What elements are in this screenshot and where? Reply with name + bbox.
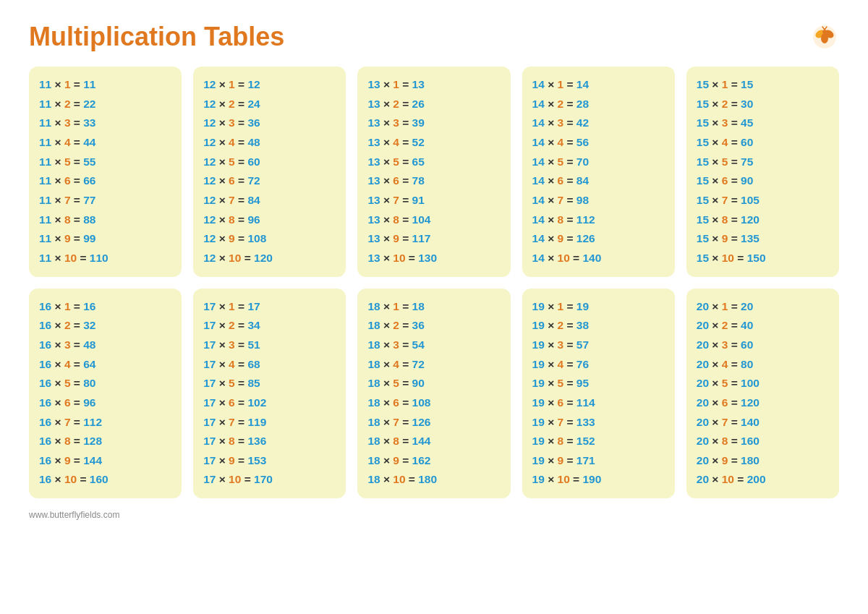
base-num: 14 (532, 194, 545, 206)
multiplier: 1 (229, 78, 235, 90)
result: 18 (412, 300, 425, 312)
base-num: 17 (203, 358, 216, 370)
table-row: 15 × 3 = 45 (697, 114, 829, 133)
table-row: 17 × 7 = 119 (203, 413, 336, 432)
table-row: 12 × 3 = 36 (203, 114, 336, 133)
multiplier: 10 (558, 252, 570, 264)
base-num: 17 (203, 473, 216, 485)
multiplier: 6 (229, 396, 235, 409)
multiplier: 1 (558, 78, 564, 90)
result: 56 (576, 136, 589, 148)
multiplier: 8 (558, 213, 564, 226)
table-row: 19 × 3 = 57 (532, 336, 665, 355)
table-row: 18 × 2 = 36 (367, 316, 500, 336)
table-row: 11 × 9 = 99 (39, 229, 171, 249)
base-num: 20 (697, 377, 709, 389)
result: 80 (741, 358, 753, 370)
table-row: 18 × 6 = 108 (367, 393, 500, 413)
base-num: 14 (532, 174, 545, 187)
table-row: 16 × 3 = 48 (39, 336, 171, 355)
result: 170 (254, 473, 273, 485)
result: 117 (412, 232, 431, 244)
multiplier: 10 (722, 252, 734, 264)
table-row: 15 × 7 = 105 (697, 191, 829, 210)
base-num: 20 (697, 454, 709, 466)
result: 190 (582, 473, 601, 485)
base-num: 19 (532, 358, 545, 370)
result: 12 (247, 78, 260, 90)
result: 160 (741, 435, 760, 447)
base-num: 16 (39, 396, 51, 409)
multiplier: 8 (64, 435, 71, 447)
result: 120 (741, 396, 760, 409)
table-row: 13 × 2 = 26 (367, 95, 500, 114)
result: 54 (412, 338, 425, 351)
multiplier: 2 (64, 98, 71, 110)
base-num: 14 (532, 116, 545, 129)
base-num: 13 (367, 194, 380, 206)
table-row: 13 × 10 = 130 (367, 249, 500, 268)
table-row: 13 × 9 = 117 (367, 229, 500, 249)
result: 60 (741, 338, 753, 351)
table-row: 14 × 2 = 28 (532, 95, 665, 114)
base-num: 13 (367, 136, 380, 148)
base-num: 19 (532, 473, 545, 485)
table-row: 19 × 2 = 38 (532, 316, 665, 336)
result: 84 (247, 194, 260, 206)
table-row: 17 × 5 = 85 (203, 374, 336, 393)
base-num: 11 (39, 78, 51, 90)
multiplier: 2 (558, 319, 564, 331)
table-card-11: 11 × 1 = 1111 × 2 = 2211 × 3 = 3311 × 4 … (29, 67, 182, 277)
table-card-20: 20 × 1 = 2020 × 2 = 4020 × 3 = 6020 × 4 … (686, 289, 839, 499)
base-num: 18 (367, 319, 380, 331)
base-num: 11 (39, 174, 51, 187)
table-row: 12 × 1 = 12 (203, 75, 336, 95)
table-row: 15 × 2 = 30 (697, 95, 829, 114)
multiplier: 9 (229, 454, 235, 466)
result: 108 (412, 396, 431, 409)
base-num: 14 (532, 78, 545, 90)
base-num: 15 (697, 98, 709, 110)
table-row: 20 × 7 = 140 (697, 413, 829, 432)
base-num: 16 (39, 358, 51, 370)
multiplier: 2 (558, 98, 564, 110)
multiplier: 1 (393, 78, 399, 90)
result: 17 (247, 300, 260, 312)
multiplier: 4 (558, 358, 564, 370)
table-row: 20 × 3 = 60 (697, 336, 829, 355)
table-row: 11 × 4 = 44 (39, 133, 171, 153)
base-num: 20 (697, 435, 709, 447)
result: 60 (247, 155, 260, 168)
result: 36 (247, 116, 260, 129)
result: 48 (247, 136, 260, 148)
multiplier: 2 (393, 98, 399, 110)
base-num: 18 (367, 377, 380, 389)
table-row: 12 × 4 = 48 (203, 133, 336, 153)
table-card-14: 14 × 1 = 1414 × 2 = 2814 × 3 = 4214 × 4 … (522, 67, 675, 277)
multiplier: 10 (64, 252, 77, 264)
multiplier: 8 (393, 435, 399, 447)
table-row: 17 × 2 = 34 (203, 316, 336, 336)
result: 140 (582, 252, 601, 264)
multiplier: 3 (229, 116, 235, 129)
table-row: 18 × 4 = 72 (367, 355, 500, 375)
multiplier: 6 (393, 174, 399, 187)
multiplier: 5 (558, 377, 564, 389)
multiplier: 3 (393, 338, 399, 351)
base-num: 14 (532, 232, 545, 244)
multiplier: 7 (229, 194, 235, 206)
base-num: 16 (39, 338, 51, 351)
result: 14 (576, 78, 589, 90)
footer-text: www.butterflyfields.com (29, 510, 839, 520)
table-row: 17 × 3 = 51 (203, 336, 336, 355)
table-row: 14 × 9 = 126 (532, 229, 665, 249)
table-row: 15 × 9 = 135 (697, 229, 829, 249)
table-row: 18 × 5 = 90 (367, 374, 500, 393)
result: 120 (254, 252, 273, 264)
multiplier: 4 (393, 136, 399, 148)
result: 66 (83, 174, 95, 187)
base-num: 16 (39, 300, 51, 312)
result: 98 (576, 194, 589, 206)
result: 120 (741, 213, 760, 226)
result: 105 (741, 194, 760, 206)
